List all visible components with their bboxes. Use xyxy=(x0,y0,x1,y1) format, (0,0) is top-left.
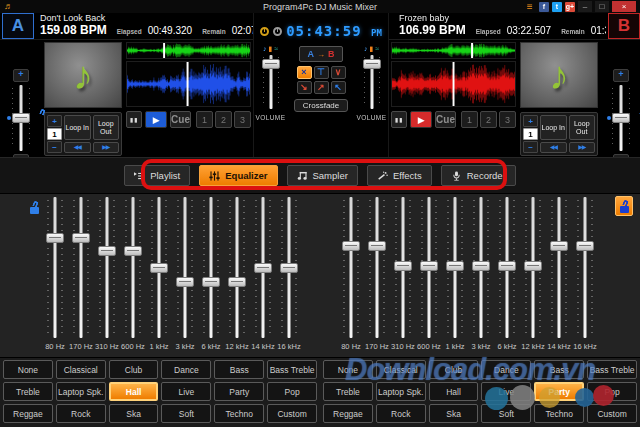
beat-icon[interactable]: ▮ xyxy=(268,44,272,53)
pause-button[interactable]: ▮▮ xyxy=(126,111,142,128)
volume-slider-thumb[interactable] xyxy=(262,59,280,69)
deck-a-overview-waveform[interactable] xyxy=(126,42,251,59)
eq-slider-thumb[interactable] xyxy=(280,263,298,273)
cue-button[interactable]: Cue xyxy=(170,111,191,128)
eq-band-slider[interactable] xyxy=(574,197,596,338)
preset-live[interactable]: Live xyxy=(161,382,211,401)
eq-slider-thumb[interactable] xyxy=(98,246,116,256)
stopwatch-icon[interactable] xyxy=(273,27,282,36)
fast-forward-button[interactable]: ▶▶ xyxy=(93,142,120,153)
volume-b-slider[interactable] xyxy=(359,55,385,109)
pitch-slider-thumb[interactable] xyxy=(12,113,30,123)
preset-party[interactable]: Party xyxy=(214,382,264,401)
preset-dance[interactable]: Dance xyxy=(481,360,531,379)
eq-slider-thumb[interactable] xyxy=(72,233,90,243)
hotcue-button[interactable]: 1 xyxy=(196,111,213,128)
preset-dance[interactable]: Dance xyxy=(161,360,211,379)
eq-slider-thumb[interactable] xyxy=(524,261,542,271)
eq-band-slider[interactable] xyxy=(96,197,118,338)
preset-reggae[interactable]: Reggae xyxy=(3,404,53,423)
preset-club[interactable]: Club xyxy=(109,360,159,379)
preset-pop[interactable]: Pop xyxy=(587,382,637,401)
eq-band-slider[interactable] xyxy=(548,197,570,338)
eq-slider-track[interactable] xyxy=(236,197,239,338)
deck-a-pitch-slider[interactable] xyxy=(6,85,36,151)
loop-decrease-button[interactable]: − xyxy=(523,141,538,153)
eq-slider-track[interactable] xyxy=(350,197,353,338)
preset-reggae[interactable]: Reggae xyxy=(323,404,373,423)
crossfade-curve-button[interactable]: ⊤ xyxy=(314,66,329,79)
volume-slider-thumb[interactable] xyxy=(363,59,381,69)
pitch-up-button[interactable]: + xyxy=(13,69,29,82)
preset-classical[interactable]: Classical xyxy=(56,360,106,379)
preset-bass-treble[interactable]: Bass Treble xyxy=(587,360,637,379)
crossfade-curve-button[interactable]: × xyxy=(297,66,312,79)
eq-slider-track[interactable] xyxy=(106,197,109,338)
eq-slider-thumb[interactable] xyxy=(576,241,594,251)
deck-b-pitch-slider[interactable] xyxy=(606,85,636,151)
clock-icon[interactable] xyxy=(260,27,269,36)
eq-slider-thumb[interactable] xyxy=(176,277,194,287)
note-icon[interactable]: ♪ xyxy=(364,44,368,53)
preset-bass[interactable]: Bass xyxy=(534,360,584,379)
preset-laptop-spk-[interactable]: Laptop Spk. xyxy=(56,382,106,401)
eq-band-slider[interactable] xyxy=(366,197,388,338)
rewind-button[interactable]: ◀◀ xyxy=(64,142,91,153)
preset-techno[interactable]: Techno xyxy=(214,404,264,423)
preset-hall[interactable]: Hall xyxy=(109,382,159,401)
wave-icon[interactable]: ≈ xyxy=(274,44,278,53)
eq-band-slider[interactable] xyxy=(200,197,222,338)
loop-out-button[interactable]: Loop Out xyxy=(569,115,596,140)
restore-button[interactable]: □ xyxy=(595,1,609,12)
eq-band-slider[interactable] xyxy=(252,197,274,338)
hotcue-button[interactable]: 3 xyxy=(499,111,516,128)
pitch-slider-thumb[interactable] xyxy=(612,113,630,123)
eq-band-slider[interactable] xyxy=(522,197,544,338)
preset-none[interactable]: None xyxy=(323,360,373,379)
eq-slider-thumb[interactable] xyxy=(498,261,516,271)
eq-band-slider[interactable] xyxy=(392,197,414,338)
ab-transition-button[interactable]: A → B xyxy=(299,46,343,62)
deck-a-main-waveform[interactable] xyxy=(126,61,251,107)
tab-recorder[interactable]: Recorder xyxy=(441,165,516,186)
eq-slider-thumb[interactable] xyxy=(150,263,168,273)
eq-slider-thumb[interactable] xyxy=(446,261,464,271)
crossfade-curve-button[interactable]: ↗ xyxy=(314,81,329,94)
preset-none[interactable]: None xyxy=(3,360,53,379)
eq-band-slider[interactable] xyxy=(148,197,170,338)
eq-left-lock-icon[interactable] xyxy=(26,198,42,216)
eq-band-slider[interactable] xyxy=(70,197,92,338)
eq-band-slider[interactable] xyxy=(444,197,466,338)
eq-slider-track[interactable] xyxy=(132,197,135,338)
preset-classical[interactable]: Classical xyxy=(376,360,426,379)
pitch-up-button[interactable]: + xyxy=(613,69,629,82)
eq-slider-track[interactable] xyxy=(376,197,379,338)
preset-hall[interactable]: Hall xyxy=(429,382,479,401)
preset-rock[interactable]: Rock xyxy=(56,404,106,423)
preset-custom[interactable]: Custom xyxy=(587,404,637,423)
loop-increase-button[interactable]: + xyxy=(47,115,62,127)
close-button[interactable]: × xyxy=(612,1,636,12)
eq-slider-thumb[interactable] xyxy=(550,241,568,251)
eq-slider-thumb[interactable] xyxy=(368,241,386,251)
eq-band-slider[interactable] xyxy=(340,197,362,338)
tab-equalizer[interactable]: Equalizer xyxy=(199,165,277,186)
loop-in-button[interactable]: Loop In xyxy=(540,115,567,140)
preset-laptop-spk-[interactable]: Laptop Spk. xyxy=(376,382,426,401)
loop-decrease-button[interactable]: − xyxy=(47,141,62,153)
deck-b-main-waveform[interactable] xyxy=(391,61,516,107)
preset-treble[interactable]: Treble xyxy=(3,382,53,401)
preset-bass-treble[interactable]: Bass Treble xyxy=(267,360,317,379)
preset-party[interactable]: Party xyxy=(534,382,584,401)
eq-slider-track[interactable] xyxy=(54,197,57,338)
tab-effects[interactable]: Effects xyxy=(367,165,432,186)
eq-slider-track[interactable] xyxy=(210,197,213,338)
tab-playlist[interactable]: Playlist xyxy=(124,165,190,186)
eq-slider-thumb[interactable] xyxy=(420,261,438,271)
eq-slider-thumb[interactable] xyxy=(46,233,64,243)
eq-slider-track[interactable] xyxy=(558,197,561,338)
eq-slider-thumb[interactable] xyxy=(472,261,490,271)
eq-band-slider[interactable] xyxy=(174,197,196,338)
eq-band-slider[interactable] xyxy=(418,197,440,338)
note-icon[interactable]: ♪ xyxy=(263,44,267,53)
